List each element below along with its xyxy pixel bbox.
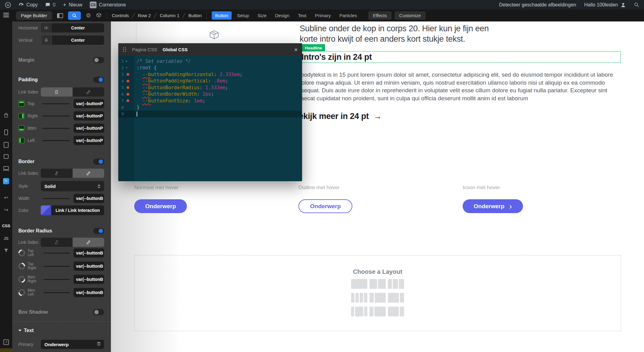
tab-setup[interactable]: Setup [233,11,252,20]
radius-top-right-icon [17,261,26,271]
onderwerp-button-icon[interactable]: Onderwerp › [463,199,523,213]
breadcrumb-item[interactable]: Controls [112,13,129,18]
padding-left-value[interactable]: var(--buttonP [74,136,104,145]
tablet-preview-icon[interactable] [0,142,12,148]
phone-preview-icon[interactable] [0,129,12,135]
dynamic-content-icon[interactable] [97,342,101,347]
tab-text[interactable]: Text [294,11,310,20]
page-builder-button[interactable]: Page Builder [16,11,52,20]
panel-toggle-icon[interactable] [57,13,63,18]
tab-effects[interactable]: Effects [368,11,392,20]
radius-top-left-slider[interactable] [44,253,70,254]
tab-particles[interactable]: Particles [336,11,361,20]
save-button[interactable]: Save [0,348,12,352]
radius-bottom-left-slider[interactable] [44,292,70,293]
padding-bottom-value[interactable]: var(--buttonP [74,124,104,133]
close-icon[interactable]: × [294,46,298,53]
border-radius-toggle[interactable] [93,228,104,234]
radius-bottom-left-value[interactable]: var(--buttonB [74,288,104,297]
primary-text-field[interactable]: Onderwerp [41,340,104,349]
unlink-sides-icon[interactable] [41,169,73,178]
breadcrumb-item[interactable]: Button [188,13,202,18]
radius-top-right-value[interactable]: var(--buttonB [74,262,104,271]
border-width-value[interactable]: var(--buttonB [74,194,104,203]
layout-option[interactable] [351,279,367,289]
drag-grip-icon[interactable] [123,47,127,52]
radius-bottom-right-slider[interactable] [44,279,70,280]
onderwerp-button-filled[interactable]: Onderwerp [134,199,187,213]
menu-hamburger-icon[interactable] [0,13,12,17]
vertical-align-control[interactable]: Center [41,36,104,45]
account-menu[interactable]: Hallo 100leiden [584,2,626,8]
link-sides-icon[interactable] [73,87,104,97]
color-swatch[interactable] [41,205,51,215]
builder-edit-icon[interactable]: ✎ [0,178,12,184]
cornerstone-menu[interactable]: CS Cornerstone [90,2,126,8]
js-panel-button[interactable]: JS [0,236,12,241]
padding-top-slider[interactable] [42,103,70,104]
tab-pagina-css[interactable]: Pagina CSS [132,47,157,52]
square-preview-icon[interactable] [0,154,12,159]
wp-logo-icon[interactable]: W [5,2,11,8]
padding-bottom-slider[interactable] [42,128,70,129]
link-sides-icon[interactable] [73,238,104,247]
admin-search-icon[interactable] [634,2,639,7]
laptop-preview-icon[interactable] [0,166,12,171]
link-sides-icon[interactable] [73,169,104,178]
unlink-sides-icon[interactable] [41,87,73,97]
border-color-value[interactable]: Link / Link Interaction [51,205,104,215]
breadcrumb-item[interactable]: Column 1 [160,13,179,18]
filter-funnel-icon[interactable] [0,248,12,253]
headline-selected-box[interactable]: Intro's zijn in 24 pt [299,51,621,63]
layout-option[interactable] [351,293,367,303]
comments-menu[interactable]: 0 [45,2,55,8]
shop-bag-icon[interactable] [0,113,12,118]
box-shadow-toggle[interactable] [93,309,104,315]
tab-global-css[interactable]: Global CSS [163,47,188,52]
external-link-icon[interactable]: ↗ [0,339,12,345]
radius-top-left-value[interactable]: var(--buttonB [74,248,104,258]
tab-customize[interactable]: Customize [395,11,426,20]
breadcrumb-item[interactable]: Row 2 [138,13,151,18]
detect-scaled-images-link[interactable]: Detecteer geschaalde afbeeldingen [499,2,576,8]
border-style-select[interactable]: Solid [41,181,104,191]
layout-option[interactable] [388,293,404,303]
padding-right-slider[interactable] [42,116,70,117]
layout-option[interactable] [388,307,404,316]
onderwerp-button-outline[interactable]: Onderwerp [298,199,352,213]
border-width-slider[interactable] [43,198,70,199]
margin-toggle[interactable] [93,57,104,63]
padding-toggle[interactable] [93,77,104,83]
radius-top-right-slider[interactable] [44,266,70,267]
unlink-sides-icon[interactable] [41,238,73,247]
layout-option[interactable] [351,307,367,316]
horizontal-align-control[interactable]: Center [41,23,104,33]
read-more-link[interactable]: Bekijk meer in 24 pt → [293,112,382,121]
padding-left-slider[interactable] [42,140,70,141]
empty-section-placeholder[interactable]: Choose a Layout [134,255,621,331]
plus-icon: + [63,2,66,8]
undo-icon[interactable]: ↩ [0,194,12,201]
settings-gear-icon[interactable]: ⚙ [86,12,91,19]
padding-right-value[interactable]: var(--buttonP [74,111,104,121]
layout-option[interactable] [369,293,386,303]
radius-bottom-right-value[interactable]: var(--buttonB [74,275,104,284]
inspect-search-button[interactable] [68,11,81,20]
tab-button[interactable]: Button [212,11,232,20]
tab-design[interactable]: Design [272,11,293,20]
redo-icon[interactable]: ↪ [0,207,12,213]
code-editor-body[interactable]: 1▾/* Set variables */2▾:root {3 --button… [118,55,302,181]
editor-header[interactable]: Pagina CSS Global CSS × [118,43,302,55]
tab-primary[interactable]: Primary [312,11,334,20]
css-panel-button[interactable]: CSS [0,224,12,228]
new-menu[interactable]: + Nieuw [63,2,82,8]
layout-option[interactable] [369,307,386,316]
padding-top-value[interactable]: var(--buttonP [74,99,104,108]
element-cube-icon[interactable] [96,13,102,18]
text-section-header[interactable]: Text [18,328,34,333]
layout-option[interactable] [388,279,404,289]
border-toggle[interactable] [93,159,104,165]
site-menu[interactable]: Copy [18,2,38,8]
tab-size[interactable]: Size [254,11,270,20]
layout-option[interactable] [369,279,386,289]
